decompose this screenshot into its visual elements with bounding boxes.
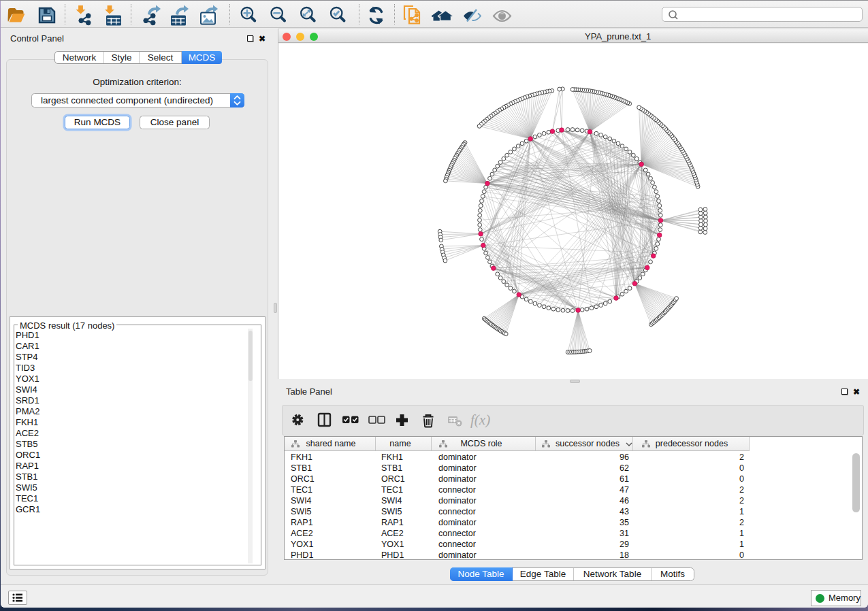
svg-text:f(x): f(x)	[470, 412, 490, 428]
